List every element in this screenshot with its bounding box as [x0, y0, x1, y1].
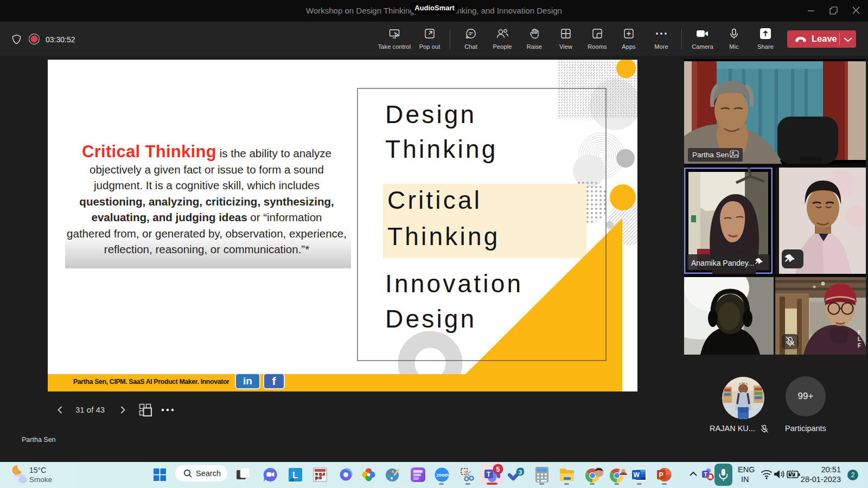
- svg-text:L: L: [858, 336, 861, 342]
- svg-text:T: T: [704, 472, 707, 478]
- svg-text:5: 5: [496, 466, 500, 473]
- svg-text:P: P: [659, 471, 663, 479]
- svg-text:Anamika Pandey...: Anamika Pandey...: [691, 259, 754, 267]
- svg-text:3: 3: [519, 469, 522, 476]
- svg-text:F: F: [858, 330, 861, 336]
- svg-text:T: T: [487, 471, 491, 478]
- svg-text:Partha Sen: Partha Sen: [692, 151, 729, 159]
- svg-text:zoom: zoom: [437, 472, 449, 478]
- svg-text:W: W: [634, 471, 640, 479]
- svg-text:F: F: [858, 343, 861, 349]
- svg-text:L: L: [292, 470, 298, 480]
